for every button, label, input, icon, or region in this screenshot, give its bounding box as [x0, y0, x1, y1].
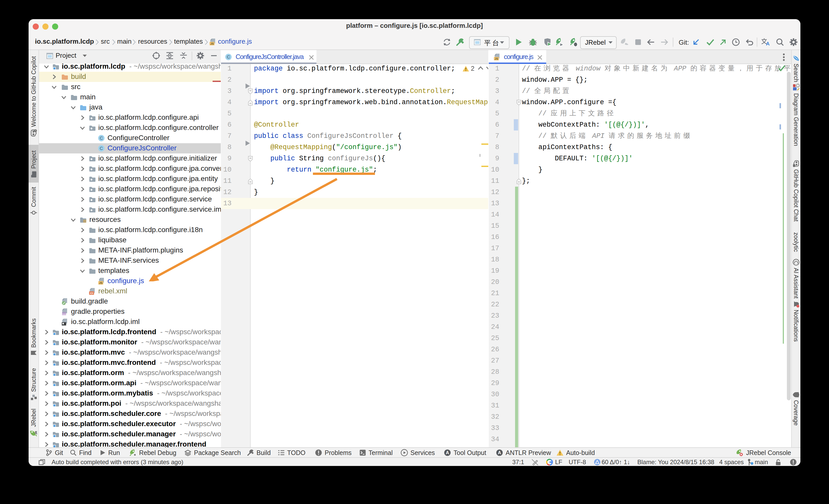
svg-text:A: A [498, 450, 501, 455]
svg-text:JS: JS [99, 281, 103, 284]
svg-text:<>: <> [90, 292, 94, 295]
svg-text:JS: JS [210, 42, 214, 45]
svg-text:JR: JR [34, 431, 38, 435]
svg-text:C: C [227, 55, 230, 60]
svg-text:A: A [446, 450, 449, 455]
svg-text:A: A [766, 41, 769, 46]
svg-text:C: C [100, 136, 103, 141]
svg-text:JS: JS [495, 57, 498, 60]
svg-text:C: C [100, 146, 103, 151]
svg-text:?: ? [34, 130, 37, 131]
